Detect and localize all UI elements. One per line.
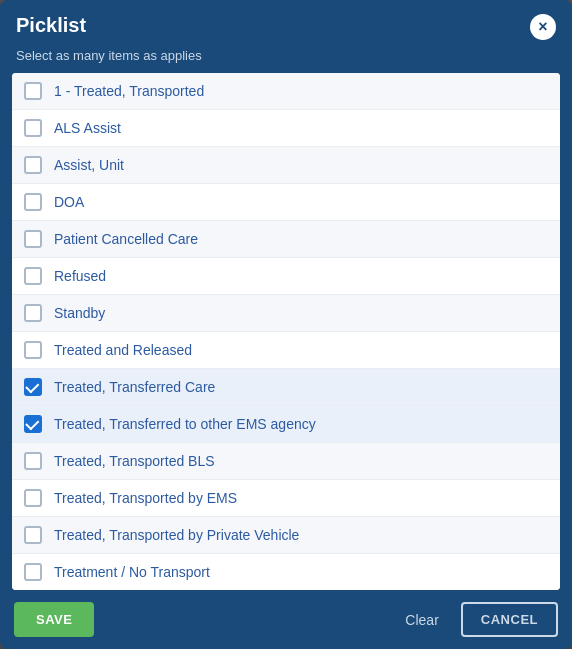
list-item[interactable]: Treatment / No Transport	[12, 554, 560, 590]
list-item[interactable]: ALS Assist	[12, 110, 560, 147]
checkbox-item-12[interactable]	[24, 489, 42, 507]
save-button[interactable]: SAVE	[14, 602, 94, 637]
dialog-subtitle: Select as many items as applies	[0, 46, 572, 73]
checkbox-item-8[interactable]	[24, 341, 42, 359]
list-item[interactable]: Treated, Transported by EMS	[12, 480, 560, 517]
clear-button[interactable]: Clear	[393, 604, 450, 636]
checkbox-item-13[interactable]	[24, 526, 42, 544]
item-label-11: Treated, Transported BLS	[54, 453, 215, 469]
item-label-12: Treated, Transported by EMS	[54, 490, 237, 506]
checkbox-item-2[interactable]	[24, 119, 42, 137]
cancel-button[interactable]: CANCEL	[461, 602, 558, 637]
item-label-1: 1 - Treated, Transported	[54, 83, 204, 99]
item-label-8: Treated and Released	[54, 342, 192, 358]
checkbox-item-1[interactable]	[24, 82, 42, 100]
checkbox-item-5[interactable]	[24, 230, 42, 248]
list-item[interactable]: Treated, Transported by Private Vehicle	[12, 517, 560, 554]
picklist-dialog: Picklist × Select as many items as appli…	[0, 0, 572, 649]
item-label-9: Treated, Transferred Care	[54, 379, 215, 395]
item-label-5: Patient Cancelled Care	[54, 231, 198, 247]
dialog-footer: SAVE Clear CANCEL	[0, 590, 572, 649]
checkbox-item-9[interactable]	[24, 378, 42, 396]
dialog-title: Picklist	[16, 14, 86, 37]
dialog-header: Picklist ×	[0, 0, 572, 46]
list-item[interactable]: Assist, Unit	[12, 147, 560, 184]
list-item[interactable]: DOA	[12, 184, 560, 221]
list-item[interactable]: Treated and Released	[12, 332, 560, 369]
item-label-2: ALS Assist	[54, 120, 121, 136]
checkbox-item-14[interactable]	[24, 563, 42, 581]
list-item[interactable]: Refused	[12, 258, 560, 295]
checkbox-item-4[interactable]	[24, 193, 42, 211]
item-label-10: Treated, Transferred to other EMS agency	[54, 416, 316, 432]
item-label-6: Refused	[54, 268, 106, 284]
checkbox-item-3[interactable]	[24, 156, 42, 174]
item-label-13: Treated, Transported by Private Vehicle	[54, 527, 299, 543]
item-label-4: DOA	[54, 194, 84, 210]
checkbox-item-6[interactable]	[24, 267, 42, 285]
list-item[interactable]: Patient Cancelled Care	[12, 221, 560, 258]
checkbox-item-11[interactable]	[24, 452, 42, 470]
checkbox-item-10[interactable]	[24, 415, 42, 433]
list-item[interactable]: Treated, Transported BLS	[12, 443, 560, 480]
list-item[interactable]: 1 - Treated, Transported	[12, 73, 560, 110]
checkbox-item-7[interactable]	[24, 304, 42, 322]
list-item[interactable]: Standby	[12, 295, 560, 332]
list-item[interactable]: Treated, Transferred Care	[12, 369, 560, 406]
list-item[interactable]: Treated, Transferred to other EMS agency	[12, 406, 560, 443]
item-label-3: Assist, Unit	[54, 157, 124, 173]
close-button[interactable]: ×	[530, 14, 556, 40]
item-label-7: Standby	[54, 305, 105, 321]
picklist-body: 1 - Treated, TransportedALS AssistAssist…	[12, 73, 560, 590]
item-label-14: Treatment / No Transport	[54, 564, 210, 580]
